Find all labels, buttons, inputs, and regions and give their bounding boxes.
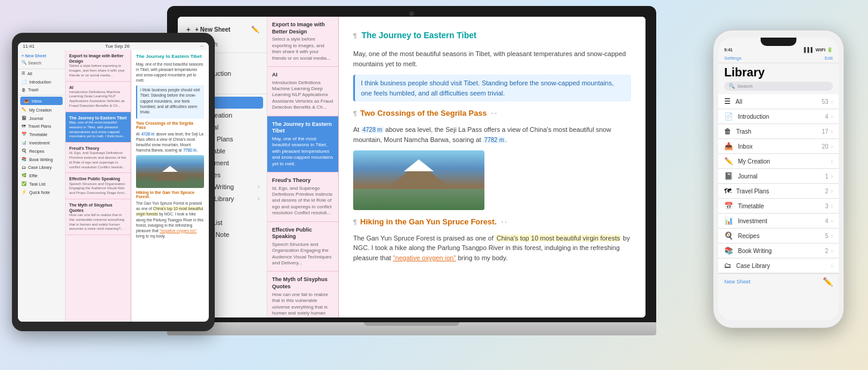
iphone-item-caselibrary[interactable]: 🗂 Case Library ›	[718, 258, 839, 273]
laptop-content-intro: May, one of the most beautiful seasons i…	[353, 49, 631, 69]
ipad-nav-effie[interactable]: 🌿 Effie	[18, 171, 65, 180]
compose-icon[interactable]: ✏️	[823, 277, 833, 286]
inbox-icon: 📥	[24, 98, 29, 103]
ipad-nav-travelplans[interactable]: 🗺 Travel Plans	[18, 122, 65, 130]
chevron-right-icon: ›	[831, 143, 833, 150]
ipad-note-tibet[interactable]: The Journey to Eastern Tibet May, one of…	[66, 112, 131, 143]
ipad-new-sheet-button[interactable]: + New Sheet	[21, 53, 61, 59]
ipad-device: 11:41 Tue Sep 26 ··· + New Sheet 🔍 Searc…	[12, 33, 215, 331]
altitude1-highlight: 4728 m	[361, 127, 383, 133]
laptop-device: ＋ + New Sheet ✏️ 🔍 Search ☰ All 📄 Introd…	[167, 6, 656, 352]
iphone-item-trash[interactable]: 🗑 Trash 17 ›	[718, 124, 839, 139]
iphone-search-bar[interactable]: 🔍 Search	[724, 82, 833, 91]
introduction-icon: 📄	[724, 112, 733, 121]
intro-icon: 📄	[21, 79, 27, 84]
ipad-main-content: The Journey to Eastern Tibet May, one of…	[131, 50, 209, 322]
ipad-note-speaking[interactable]: Effective Public Speaking Speech Structu…	[66, 173, 131, 199]
search-icon: 🔍	[21, 60, 27, 65]
oxygen-ion-link[interactable]: "negative oxygen ion"	[393, 254, 456, 261]
iphone-item-journal[interactable]: 📓 Journal 1 ›	[718, 169, 839, 184]
iphone-notch	[761, 38, 796, 46]
altitude2-highlight: 7782 m	[483, 137, 505, 143]
chevron-right-icon: ›	[831, 203, 833, 209]
journal-icon: 📓	[21, 116, 27, 121]
ipad-nav-bookwriting[interactable]: 📚 Book Writing	[18, 155, 65, 164]
laptop-note-ai[interactable]: AI Introduction Definitions Machine Lear…	[267, 67, 338, 116]
china-highlight: China's top 10 most beautiful virgin for…	[495, 235, 621, 242]
ipad-nav-quicknote[interactable]: ⚡ Quick Note	[18, 188, 65, 196]
ipad-note-sisyphus[interactable]: The Myth of Sisyphus Quotes How can one …	[66, 199, 131, 235]
ipad-search-button[interactable]: 🔍 Search	[21, 59, 61, 66]
ipad-status-bar: 11:41 Tue Sep 26 ···	[18, 42, 209, 50]
travel-icon: 🗺	[724, 187, 731, 195]
chevron-right-icon: ›	[831, 188, 833, 195]
chevron-right-icon: ›	[831, 113, 833, 120]
chevron-right-icon: ›	[831, 218, 833, 224]
ipad-day: Tue Sep 26	[105, 44, 129, 49]
iphone-item-all[interactable]: ☰ All 53 ›	[718, 94, 839, 109]
inbox-icon: 📥	[724, 142, 733, 150]
iphone-bottom-bar: New Sheet ✏️	[718, 273, 839, 289]
caselibrary-icon: 🗂	[21, 165, 26, 169]
ipad-screen: 11:41 Tue Sep 26 ··· + New Sheet 🔍 Searc…	[18, 42, 209, 322]
chevron-right-icon: ›	[258, 184, 260, 190]
laptop-content-title: ¶ The Journey to Eastern Tibet	[353, 29, 631, 42]
chevron-right-icon: ›	[831, 263, 833, 269]
bookwriting-icon: 📚	[21, 157, 27, 162]
ipad-icons: ···	[200, 44, 204, 49]
laptop-notes-list: Export to Image with Better Design Selec…	[267, 17, 339, 317]
ipad-nav-all[interactable]: ☰ All	[18, 69, 65, 78]
iphone-item-bookwriting[interactable]: 📚 Book Writing 2 ›	[718, 243, 839, 258]
iphone-list: ☰ All 53 › 📄 Introduction 4 ›	[718, 94, 839, 273]
laptop-note-tibet[interactable]: The Journey to Eastern Tibet May, one of…	[267, 116, 338, 172]
mountain-snow	[404, 159, 434, 171]
laptop-note-sisyphus[interactable]: The Myth of Sisyphus Quotes How can one …	[267, 272, 338, 317]
iphone-item-investment[interactable]: 📊 Investment 4 ›	[718, 214, 839, 229]
ipad-bezel: 11:41 Tue Sep 26 ··· + New Sheet 🔍 Searc…	[12, 33, 215, 331]
ipad-time: 11:41	[23, 44, 35, 49]
laptop-mountain-image	[353, 150, 484, 210]
laptop-note-export[interactable]: Export to Image with Better Design Selec…	[267, 17, 338, 67]
ipad-nav-trash[interactable]: 🗑 Trash	[18, 86, 65, 94]
laptop-screen: ＋ + New Sheet ✏️ 🔍 Search ☰ All 📄 Introd…	[178, 17, 645, 317]
ipad-nav-mycreation[interactable]: ✏️ My Creation	[18, 106, 65, 114]
iphone-back-button[interactable]: Settings	[724, 56, 742, 61]
laptop-section2-text: The Gan Yun Spruce Forest is praised as …	[353, 233, 631, 263]
chevron-right-icon: ›	[831, 248, 833, 254]
ipad-nav-inbox[interactable]: 📥 Inbox	[20, 97, 63, 105]
iphone-item-travelplans[interactable]: 🗺 Travel Plans 2 ›	[718, 184, 839, 199]
caselibrary-icon: 🗂	[724, 261, 731, 270]
timetable-icon: 📅	[724, 202, 733, 210]
iphone-item-timetable[interactable]: 📅 Timetable 3 ›	[718, 199, 839, 214]
ipad-nav-caselibrary[interactable]: 🗂 Case Library	[18, 164, 65, 171]
search-icon: 🔍	[729, 84, 735, 89]
laptop-foot	[364, 322, 459, 326]
ipad-content-intro: May, one of the most beautiful seasons i…	[136, 61, 204, 83]
iphone-item-recipes[interactable]: 🍳 Recipes 5 ›	[718, 229, 839, 243]
iphone-screen: 9:41 ▌▌▌ WiFi 🔋 Settings Edit Library 🔍 …	[718, 38, 839, 320]
iphone-page-title: Library	[718, 63, 839, 82]
ipad-note-ai[interactable]: AI Introduction Definitions Machine Lear…	[66, 82, 131, 112]
ipad-note-export[interactable]: Export to Image with Better Design Selec…	[66, 50, 131, 82]
iphone-item-introduction[interactable]: 📄 Introduction 4 ›	[718, 109, 839, 124]
ipad-nav-timetable[interactable]: 📅 Timetable	[18, 130, 65, 138]
iphone-edit-button[interactable]: Edit	[824, 56, 833, 61]
iphone-item-inbox[interactable]: 📥 Inbox 20 ›	[718, 139, 839, 154]
bookwriting-icon: 📚	[724, 246, 733, 255]
iphone-new-sheet-button[interactable]: New Sheet	[724, 279, 750, 285]
ipad-nav-journal[interactable]: 📓 Journal	[18, 114, 65, 122]
ipad-nav-recipes[interactable]: 🍳 Recipes	[18, 147, 65, 155]
mycreation-icon: ✏️	[724, 157, 733, 165]
laptop-note-freud[interactable]: Freud's Theory Id, Ego, and Superego Def…	[267, 172, 338, 222]
laptop-bezel: ＋ + New Sheet ✏️ 🔍 Search ☰ All 📄 Introd…	[167, 6, 656, 322]
iphone-item-mycreation[interactable]: ✏️ My Creation ›	[718, 154, 839, 169]
trash-icon: 🗑	[724, 127, 731, 135]
laptop-note-speaking[interactable]: Effective Public Speaking Speech Structu…	[267, 222, 338, 272]
ipad-note-freud[interactable]: Freud's Theory Id, Ego, and Superego Def…	[66, 143, 131, 173]
ipad-nav-introduction[interactable]: 📄 Introduction	[18, 78, 65, 86]
laptop-base	[167, 322, 656, 335]
ipad-nav-investment[interactable]: 📊 Investment	[18, 138, 65, 147]
ipad-section2-text: The Gan Yun Spruce Forest is praised as …	[136, 201, 204, 239]
ipad-nav-tasklist[interactable]: ✅ Task List	[18, 180, 65, 188]
journal-icon: 📓	[724, 172, 733, 180]
